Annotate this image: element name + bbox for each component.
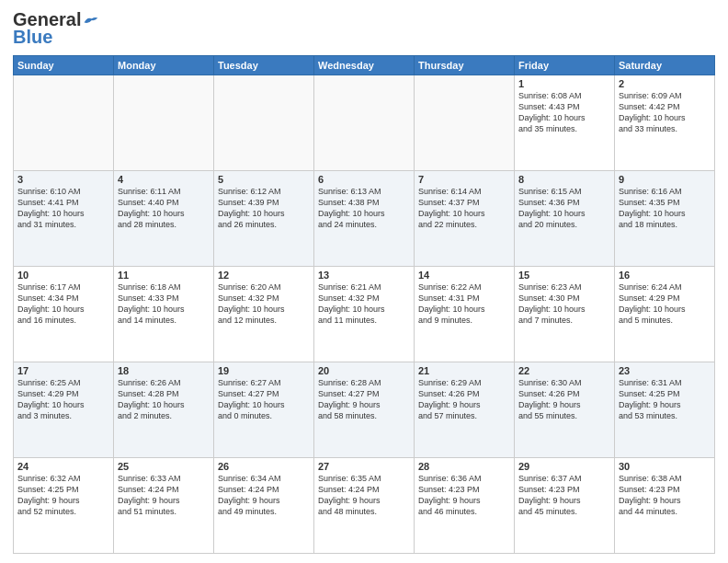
calendar-cell: 19Sunrise: 6:27 AMSunset: 4:27 PMDayligh… <box>214 362 314 458</box>
calendar-week-1: 1Sunrise: 6:08 AMSunset: 4:43 PMDaylight… <box>14 75 715 171</box>
day-info: Sunrise: 6:35 AMSunset: 4:24 PMDaylight:… <box>318 473 410 518</box>
calendar-week-4: 17Sunrise: 6:25 AMSunset: 4:29 PMDayligh… <box>14 362 715 458</box>
day-info: Sunrise: 6:37 AMSunset: 4:23 PMDaylight:… <box>518 473 610 518</box>
day-number: 20 <box>318 365 410 376</box>
logo-bird-icon <box>83 14 99 27</box>
calendar-page: General Blue SundayMondayTuesdayWednesda… <box>0 0 728 563</box>
weekday-header-friday: Friday <box>515 56 615 75</box>
calendar-cell: 17Sunrise: 6:25 AMSunset: 4:29 PMDayligh… <box>14 362 114 458</box>
calendar-cell: 27Sunrise: 6:35 AMSunset: 4:24 PMDayligh… <box>314 458 415 554</box>
day-info: Sunrise: 6:25 AMSunset: 4:29 PMDaylight:… <box>17 377 109 422</box>
calendar-week-2: 3Sunrise: 6:10 AMSunset: 4:41 PMDaylight… <box>14 171 715 267</box>
day-number: 9 <box>619 174 711 185</box>
day-info: Sunrise: 6:36 AMSunset: 4:23 PMDaylight:… <box>418 473 510 518</box>
weekday-header-monday: Monday <box>114 56 214 75</box>
day-info: Sunrise: 6:22 AMSunset: 4:31 PMDaylight:… <box>418 282 510 327</box>
day-number: 19 <box>218 365 310 376</box>
day-info: Sunrise: 6:11 AMSunset: 4:40 PMDaylight:… <box>118 186 210 231</box>
day-info: Sunrise: 6:30 AMSunset: 4:26 PMDaylight:… <box>518 377 610 422</box>
day-number: 11 <box>118 270 210 281</box>
calendar-header: SundayMondayTuesdayWednesdayThursdayFrid… <box>14 56 715 75</box>
day-number: 13 <box>318 270 410 281</box>
day-number: 26 <box>218 461 310 472</box>
day-info: Sunrise: 6:26 AMSunset: 4:28 PMDaylight:… <box>118 377 210 422</box>
calendar-cell <box>114 75 214 171</box>
day-number: 6 <box>318 174 410 185</box>
day-info: Sunrise: 6:23 AMSunset: 4:30 PMDaylight:… <box>518 282 610 327</box>
day-number: 17 <box>17 365 109 376</box>
day-number: 21 <box>418 365 510 376</box>
calendar-cell: 18Sunrise: 6:26 AMSunset: 4:28 PMDayligh… <box>114 362 214 458</box>
weekday-header-wednesday: Wednesday <box>314 56 415 75</box>
calendar-cell <box>214 75 314 171</box>
day-number: 15 <box>518 270 610 281</box>
calendar-cell: 30Sunrise: 6:38 AMSunset: 4:23 PMDayligh… <box>615 458 715 554</box>
day-number: 7 <box>418 174 510 185</box>
day-info: Sunrise: 6:17 AMSunset: 4:34 PMDaylight:… <box>17 282 109 327</box>
calendar-cell: 29Sunrise: 6:37 AMSunset: 4:23 PMDayligh… <box>515 458 615 554</box>
calendar-cell: 8Sunrise: 6:15 AMSunset: 4:36 PMDaylight… <box>515 171 615 267</box>
weekday-header-sunday: Sunday <box>14 56 114 75</box>
calendar-cell: 25Sunrise: 6:33 AMSunset: 4:24 PMDayligh… <box>114 458 214 554</box>
weekday-header-thursday: Thursday <box>415 56 515 75</box>
day-number: 4 <box>118 174 210 185</box>
calendar-week-5: 24Sunrise: 6:32 AMSunset: 4:25 PMDayligh… <box>14 458 715 554</box>
day-info: Sunrise: 6:14 AMSunset: 4:37 PMDaylight:… <box>418 186 510 231</box>
calendar-body: 1Sunrise: 6:08 AMSunset: 4:43 PMDaylight… <box>14 75 715 554</box>
logo-text-blue: Blue <box>13 27 52 48</box>
day-info: Sunrise: 6:24 AMSunset: 4:29 PMDaylight:… <box>619 282 711 327</box>
calendar-cell: 2Sunrise: 6:09 AMSunset: 4:42 PMDaylight… <box>615 75 715 171</box>
day-info: Sunrise: 6:27 AMSunset: 4:27 PMDaylight:… <box>218 377 310 422</box>
day-info: Sunrise: 6:08 AMSunset: 4:43 PMDaylight:… <box>518 90 610 135</box>
day-info: Sunrise: 6:20 AMSunset: 4:32 PMDaylight:… <box>218 282 310 327</box>
day-number: 25 <box>118 461 210 472</box>
day-info: Sunrise: 6:13 AMSunset: 4:38 PMDaylight:… <box>318 186 410 231</box>
weekday-header-saturday: Saturday <box>615 56 715 75</box>
day-number: 16 <box>619 270 711 281</box>
day-info: Sunrise: 6:34 AMSunset: 4:24 PMDaylight:… <box>218 473 310 518</box>
calendar-cell: 10Sunrise: 6:17 AMSunset: 4:34 PMDayligh… <box>14 267 114 362</box>
calendar-cell: 3Sunrise: 6:10 AMSunset: 4:41 PMDaylight… <box>14 171 114 267</box>
calendar-cell: 13Sunrise: 6:21 AMSunset: 4:32 PMDayligh… <box>314 267 415 362</box>
day-info: Sunrise: 6:16 AMSunset: 4:35 PMDaylight:… <box>619 186 711 231</box>
day-info: Sunrise: 6:09 AMSunset: 4:42 PMDaylight:… <box>619 90 711 135</box>
day-number: 3 <box>17 174 109 185</box>
calendar-cell: 28Sunrise: 6:36 AMSunset: 4:23 PMDayligh… <box>415 458 515 554</box>
day-number: 18 <box>118 365 210 376</box>
day-number: 12 <box>218 270 310 281</box>
logo: General Blue <box>13 9 99 48</box>
day-info: Sunrise: 6:28 AMSunset: 4:27 PMDaylight:… <box>318 377 410 422</box>
calendar-cell: 23Sunrise: 6:31 AMSunset: 4:25 PMDayligh… <box>615 362 715 458</box>
day-number: 28 <box>418 461 510 472</box>
day-number: 5 <box>218 174 310 185</box>
day-number: 22 <box>518 365 610 376</box>
weekday-header-row: SundayMondayTuesdayWednesdayThursdayFrid… <box>14 56 715 75</box>
weekday-header-tuesday: Tuesday <box>214 56 314 75</box>
calendar-cell: 21Sunrise: 6:29 AMSunset: 4:26 PMDayligh… <box>415 362 515 458</box>
day-info: Sunrise: 6:32 AMSunset: 4:25 PMDaylight:… <box>17 473 109 518</box>
day-info: Sunrise: 6:12 AMSunset: 4:39 PMDaylight:… <box>218 186 310 231</box>
calendar-cell: 4Sunrise: 6:11 AMSunset: 4:40 PMDaylight… <box>114 171 214 267</box>
day-info: Sunrise: 6:29 AMSunset: 4:26 PMDaylight:… <box>418 377 510 422</box>
calendar-cell: 12Sunrise: 6:20 AMSunset: 4:32 PMDayligh… <box>214 267 314 362</box>
day-number: 2 <box>619 78 711 89</box>
day-number: 24 <box>17 461 109 472</box>
day-info: Sunrise: 6:21 AMSunset: 4:32 PMDaylight:… <box>318 282 410 327</box>
calendar-cell: 22Sunrise: 6:30 AMSunset: 4:26 PMDayligh… <box>515 362 615 458</box>
day-number: 8 <box>518 174 610 185</box>
calendar-cell: 1Sunrise: 6:08 AMSunset: 4:43 PMDaylight… <box>515 75 615 171</box>
calendar-cell: 5Sunrise: 6:12 AMSunset: 4:39 PMDaylight… <box>214 171 314 267</box>
calendar-cell <box>314 75 415 171</box>
calendar-cell <box>14 75 114 171</box>
day-info: Sunrise: 6:18 AMSunset: 4:33 PMDaylight:… <box>118 282 210 327</box>
calendar-cell: 20Sunrise: 6:28 AMSunset: 4:27 PMDayligh… <box>314 362 415 458</box>
calendar-cell: 24Sunrise: 6:32 AMSunset: 4:25 PMDayligh… <box>14 458 114 554</box>
day-number: 10 <box>17 270 109 281</box>
calendar-cell: 6Sunrise: 6:13 AMSunset: 4:38 PMDaylight… <box>314 171 415 267</box>
calendar-cell: 9Sunrise: 6:16 AMSunset: 4:35 PMDaylight… <box>615 171 715 267</box>
calendar-cell: 14Sunrise: 6:22 AMSunset: 4:31 PMDayligh… <box>415 267 515 362</box>
day-number: 29 <box>518 461 610 472</box>
day-info: Sunrise: 6:38 AMSunset: 4:23 PMDaylight:… <box>619 473 711 518</box>
calendar-cell: 16Sunrise: 6:24 AMSunset: 4:29 PMDayligh… <box>615 267 715 362</box>
day-number: 30 <box>619 461 711 472</box>
